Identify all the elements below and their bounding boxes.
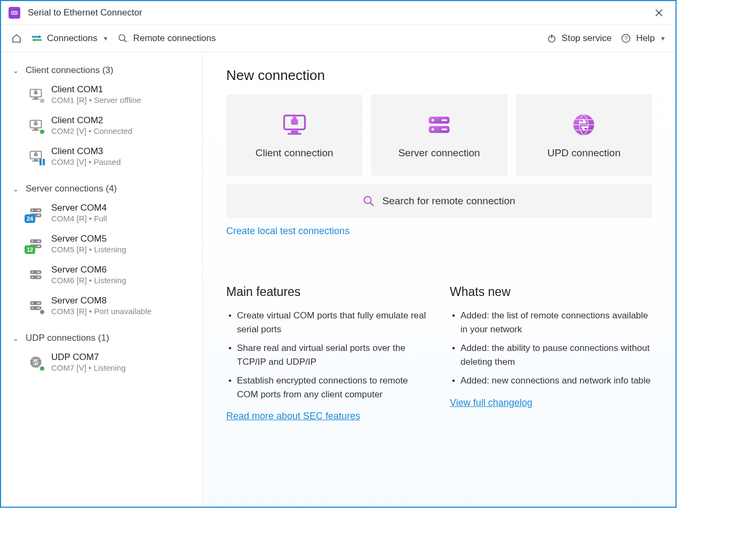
- stop-service-button[interactable]: Stop service: [546, 33, 612, 44]
- help-label: Help: [636, 33, 655, 44]
- connection-item[interactable]: Client COM3 COM3 [V] • Paused: [12, 141, 197, 172]
- connection-name: UDP COM7: [51, 352, 125, 363]
- connection-status: COM3 [R] • Port unavailable: [51, 307, 152, 316]
- connection-item[interactable]: Server COM8 COM3 [R] • Port unavailable: [12, 290, 197, 321]
- udp-icon: [570, 111, 598, 139]
- connection-status: COM1 [R] • Server offline: [51, 95, 141, 105]
- server-icon: [28, 267, 44, 283]
- connection-name: Client COM2: [51, 115, 132, 126]
- svg-line-65: [370, 203, 374, 206]
- svg-rect-25: [34, 153, 38, 156]
- sidebar-group-header[interactable]: ⌄Server connections (4): [12, 180, 197, 197]
- connection-name: Client COM1: [51, 84, 141, 95]
- toolbar: Connections ▼ Remote connections Stop se…: [1, 25, 676, 52]
- svg-point-42: [31, 276, 33, 278]
- svg-rect-20: [34, 122, 38, 125]
- server-icon: 24: [28, 205, 44, 221]
- svg-rect-43: [37, 271, 40, 273]
- svg-rect-55: [291, 119, 298, 125]
- read-more-features-link[interactable]: Read more about SEC features: [226, 411, 360, 421]
- main-features-section: Main features Create virtual COM ports t…: [226, 285, 428, 422]
- svg-line-7: [124, 40, 126, 42]
- svg-rect-50: [37, 308, 40, 309]
- power-icon: [546, 33, 558, 44]
- client-icon: [28, 148, 44, 164]
- svg-rect-37: [37, 241, 40, 242]
- connection-type-cards: Client connection Server connection UPD …: [226, 94, 652, 175]
- connection-item[interactable]: Client COM2 COM2 [V] • Connected: [12, 110, 197, 141]
- help-dropdown[interactable]: ? Help ▼: [620, 33, 666, 44]
- svg-rect-56: [292, 117, 296, 119]
- search-icon: [117, 33, 129, 44]
- svg-rect-15: [34, 91, 38, 94]
- search-remote-bar[interactable]: Search for remote connection: [226, 184, 652, 218]
- svg-point-47: [31, 302, 33, 304]
- whats-new-section: Whats new Added: the list of remote conn…: [450, 285, 652, 422]
- search-icon: [363, 195, 375, 207]
- home-button[interactable]: [11, 33, 22, 44]
- svg-rect-18: [34, 129, 38, 130]
- svg-rect-13: [34, 98, 38, 99]
- connection-name: Server COM4: [51, 203, 107, 213]
- connection-status: COM3 [V] • Paused: [51, 157, 121, 166]
- connection-item[interactable]: 24 Server COM4 COM4 [R] • Full: [12, 197, 197, 228]
- close-button[interactable]: [650, 4, 668, 22]
- view-changelog-link[interactable]: View full changelog: [450, 397, 533, 408]
- svg-rect-24: [32, 161, 39, 162]
- chevron-down-icon: ⌄: [13, 334, 20, 342]
- connection-status: COM7 [V] • Listening: [51, 363, 125, 372]
- main-panel: New connection Client connection Server …: [203, 52, 676, 507]
- stop-service-label: Stop service: [562, 33, 612, 44]
- svg-marker-4: [39, 35, 42, 38]
- connection-name: Server COM5: [51, 234, 126, 244]
- sidebar: ⌄Client connections (3) Client COM1 COM1…: [1, 52, 203, 507]
- connections-icon: [31, 33, 43, 44]
- svg-rect-61: [441, 119, 447, 121]
- group-label: Server connections (4): [26, 183, 117, 194]
- connection-item[interactable]: 12 Server COM5 COM5 [R] • Listening: [12, 228, 197, 259]
- svg-point-60: [432, 128, 434, 131]
- connections-dropdown[interactable]: Connections ▼: [31, 33, 108, 44]
- remote-connections-label: Remote connections: [133, 33, 216, 44]
- list-item: Create virtual COM ports that fully emul…: [226, 309, 428, 336]
- list-item: Added: new connections and network info …: [450, 374, 652, 388]
- connection-status: COM5 [R] • Listening: [51, 245, 126, 254]
- window-title: Serial to Ethernet Connector: [28, 7, 142, 18]
- sidebar-group-header[interactable]: ⌄UDP connections (1): [12, 330, 197, 347]
- titlebar: Serial to Ethernet Connector: [1, 1, 676, 25]
- udp-connection-card[interactable]: UPD connection: [516, 94, 652, 175]
- connections-label: Connections: [47, 33, 98, 44]
- connection-status: COM6 [R] • Listening: [51, 276, 126, 285]
- features-heading: Main features: [226, 285, 428, 299]
- chevron-down-icon: ⌄: [13, 67, 20, 75]
- list-item: Establish encrypted connections to remot…: [226, 374, 428, 401]
- create-test-connections-link[interactable]: Create local test connections: [226, 226, 349, 236]
- connection-item[interactable]: Server COM6 COM6 [R] • Listening: [12, 259, 197, 290]
- svg-rect-16: [35, 90, 37, 92]
- remote-connections-button[interactable]: Remote connections: [117, 33, 216, 44]
- svg-point-64: [364, 197, 371, 204]
- svg-rect-62: [441, 129, 447, 130]
- client-icon: [281, 111, 308, 139]
- list-item: Added: the list of remote connections av…: [450, 309, 652, 336]
- connection-status: COM2 [V] • Connected: [51, 126, 132, 135]
- svg-point-41: [31, 271, 33, 273]
- connection-item[interactable]: Client COM1 COM1 [R] • Server offline: [12, 79, 197, 110]
- connection-name: Client COM3: [51, 146, 121, 157]
- svg-rect-54: [288, 133, 301, 134]
- svg-rect-38: [37, 246, 40, 247]
- client-icon: [28, 117, 44, 133]
- server-connection-card[interactable]: Server connection: [371, 94, 507, 175]
- connection-item[interactable]: UDP COM7 COM7 [V] • Listening: [12, 347, 197, 378]
- svg-rect-14: [32, 99, 39, 100]
- sidebar-group-header[interactable]: ⌄Client connections (3): [12, 62, 197, 79]
- client-icon: [28, 86, 44, 102]
- pause-icon: [39, 159, 46, 165]
- server-icon: [425, 111, 453, 139]
- group-label: Client connections (3): [26, 65, 113, 76]
- client-connection-card[interactable]: Client connection: [226, 94, 362, 175]
- svg-rect-44: [37, 277, 40, 278]
- svg-rect-32: [37, 215, 40, 216]
- server-icon: 12: [28, 236, 44, 252]
- card-label: UPD connection: [547, 147, 621, 159]
